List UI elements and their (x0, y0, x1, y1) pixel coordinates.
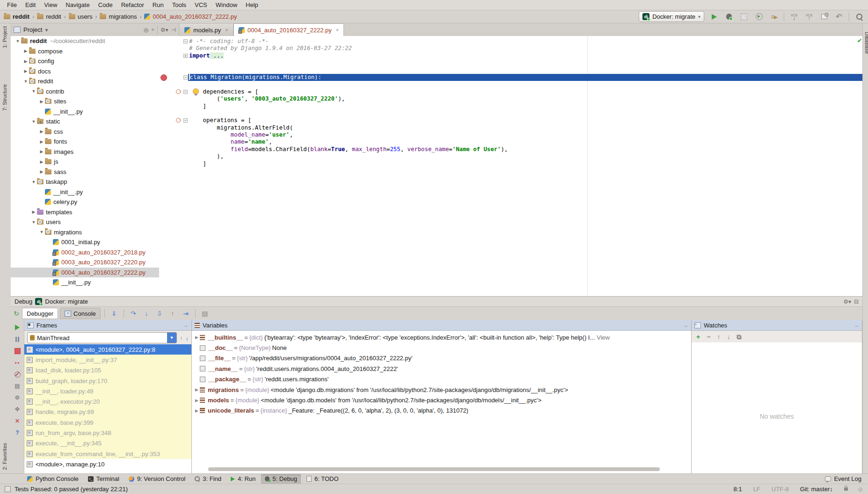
tree-toggle-icon[interactable]: ▶ (30, 210, 37, 214)
tool-stripe-project[interactable]: 1: Project (2, 26, 7, 48)
code-line[interactable] (159, 110, 862, 117)
toolwindow-button-3-find[interactable]: 3: Find (191, 474, 225, 484)
code-line[interactable]: +import ... (159, 52, 862, 59)
editor-gutter[interactable] (159, 138, 188, 145)
expand-icon[interactable]: ▶ (194, 398, 200, 403)
tree-item[interactable]: ▼reddit~/cookiecutter/reddit (11, 36, 159, 46)
frame-row[interactable]: handle, migrate.py:89 (24, 407, 191, 417)
changes-button[interactable] (819, 12, 829, 22)
editor-gutter[interactable]: − (159, 38, 188, 45)
breadcrumb-item[interactable]: users (69, 13, 93, 20)
editor[interactable]: −# -*- coding: utf-8 -*-# Generated by D… (159, 36, 862, 296)
variable-row[interactable]: ▶models={module}<module 'django.db.model… (192, 395, 691, 405)
frame-row[interactable]: execute_from_command_line, __init__.py:3… (24, 449, 191, 459)
toolwindow-button-terminal[interactable]: >_Terminal (84, 474, 123, 484)
tree-item[interactable]: ▶compose (11, 46, 159, 57)
frame-row[interactable]: __init__, loader.py:49 (24, 386, 191, 396)
add-watch-icon[interactable]: + (696, 333, 700, 341)
editor-gutter[interactable] (159, 153, 188, 160)
tree-item[interactable]: ▶sites (11, 96, 159, 107)
expand-icon[interactable]: ▶ (194, 387, 200, 392)
tree-item[interactable]: ▶images (11, 147, 159, 157)
frame-down-icon[interactable]: ↓ (186, 334, 189, 341)
tree-item[interactable]: 0002_auto_20160327_2018.py (11, 247, 159, 258)
file-encoding[interactable]: UTF-8 (772, 486, 789, 493)
close-icon[interactable]: ✕ (14, 417, 21, 425)
editor-gutter[interactable] (159, 124, 188, 131)
tree-toggle-icon[interactable]: ▶ (38, 149, 45, 154)
move-up-icon[interactable]: ↑ (717, 333, 720, 341)
code-line[interactable]: ), (159, 153, 862, 160)
pin-icon[interactable]: → (854, 322, 859, 328)
code-line[interactable]: −class Migration(migrations.Migration): (159, 74, 862, 81)
fold-toggle-icon[interactable]: + (183, 54, 188, 58)
code-area[interactable]: −# -*- coding: utf-8 -*-# Generated by D… (159, 36, 862, 167)
editor-gutter[interactable] (159, 67, 188, 74)
chevron-down-icon[interactable]: ▾ (45, 27, 48, 33)
restore-layout-icon[interactable]: ▤ (199, 310, 211, 317)
tree-toggle-icon[interactable]: ▼ (38, 230, 45, 234)
variable-row[interactable]: ▶__builtins__={dict}{'bytearray': <type … (192, 332, 691, 342)
tool-stripe-favorites[interactable]: 2: Favorites (2, 443, 7, 470)
tree-toggle-icon[interactable]: ▼ (30, 119, 37, 124)
settings-gear-icon[interactable]: ⚙▾ (843, 298, 851, 305)
breadcrumb-item[interactable]: migrations (100, 13, 137, 20)
tool-stripe-database[interactable]: Database (864, 32, 868, 54)
close-icon[interactable]: × (336, 27, 339, 33)
menu-file[interactable]: File (3, 1, 21, 8)
toolwindow-button-python-console[interactable]: Python Console (23, 474, 82, 484)
tree-item[interactable]: ▶config (11, 56, 159, 66)
view-link[interactable]: View (597, 334, 610, 341)
code-line[interactable]: model_name='user', (159, 131, 862, 138)
step-into-my-code-icon[interactable]: ⇩ (154, 310, 165, 317)
menu-refactor[interactable]: Refactor (117, 1, 148, 8)
toolwindow-button-5-debug[interactable]: 5: Debug (261, 474, 301, 484)
code-line[interactable]: − dependencies = [ (159, 88, 862, 95)
menu-window[interactable]: Window (212, 1, 241, 8)
tree-item[interactable]: ▼reddit (11, 76, 159, 87)
caret-position[interactable]: 8:1 (734, 486, 742, 493)
help-icon[interactable]: ? (14, 429, 21, 436)
code-line[interactable]: migrations.AlterField( (159, 124, 862, 131)
tree-toggle-icon[interactable]: ▼ (22, 79, 29, 84)
hide-panel-icon[interactable]: ⊣ (171, 27, 176, 33)
frame-row[interactable]: execute, base.py:399 (24, 417, 191, 428)
tree-item[interactable]: ▶templates (11, 207, 159, 218)
toolwindow-button-9-version-control[interactable]: 9: Version Control (125, 474, 189, 484)
code-line[interactable] (159, 81, 862, 88)
toolwindow-button-event-log[interactable]: Event Log (821, 474, 865, 484)
run-to-cursor-icon[interactable]: ⇥ (180, 310, 191, 317)
tree-item[interactable]: ▼static (11, 116, 159, 127)
tree-item[interactable]: __init__.py (11, 277, 159, 288)
rerun-icon[interactable]: ↻ (13, 310, 20, 317)
tree-item[interactable]: celery.py (11, 197, 159, 207)
profiler-button[interactable] (754, 12, 764, 22)
tree-item[interactable]: ▶css (11, 127, 159, 137)
intention-bulb-icon[interactable] (193, 88, 199, 94)
toolwindow-button-4-run[interactable]: 4: Run (227, 474, 259, 484)
menu-run[interactable]: Run (148, 1, 168, 8)
breakpoint-icon[interactable] (160, 74, 167, 81)
tree-toggle-icon[interactable]: ▶ (22, 59, 29, 64)
frame-row[interactable]: import_module, __init__.py:37 (24, 355, 191, 365)
vcs-commit-button[interactable]: VCS↑ (804, 12, 814, 22)
code-line[interactable]: ] (159, 160, 862, 167)
tree-item[interactable]: 0004_auto_20160327_2222.py (11, 268, 159, 278)
pin-icon[interactable]: ✜ (14, 406, 21, 413)
hide-window-icon[interactable]: ⊟ (854, 298, 859, 305)
menu-help[interactable]: Help (241, 1, 263, 8)
tree-item[interactable]: ▼contrib (11, 87, 159, 97)
locate-file-icon[interactable]: ◎ (144, 27, 148, 33)
variable-row[interactable]: __doc__={NoneType}None (192, 342, 691, 353)
tool-window-switcher-icon[interactable] (5, 486, 11, 492)
chevron-down-icon[interactable]: ▼ (167, 333, 176, 343)
variable-row[interactable]: __name__={str}'reddit.users.migrations.0… (192, 363, 691, 374)
tree-item[interactable]: ▼users (11, 217, 159, 227)
readonly-lock-icon[interactable] (844, 487, 848, 491)
frame-row[interactable]: run_from_argv, base.py:348 (24, 428, 191, 438)
run-configuration-select[interactable]: dj Docker: migrate ▾ (639, 11, 704, 22)
menu-tools[interactable]: Tools (168, 1, 190, 8)
tree-item[interactable]: ▼migrations (11, 227, 159, 238)
run-button[interactable] (709, 12, 719, 22)
breadcrumb-item[interactable]: 0004_auto_20160327_2222.py (144, 13, 237, 20)
